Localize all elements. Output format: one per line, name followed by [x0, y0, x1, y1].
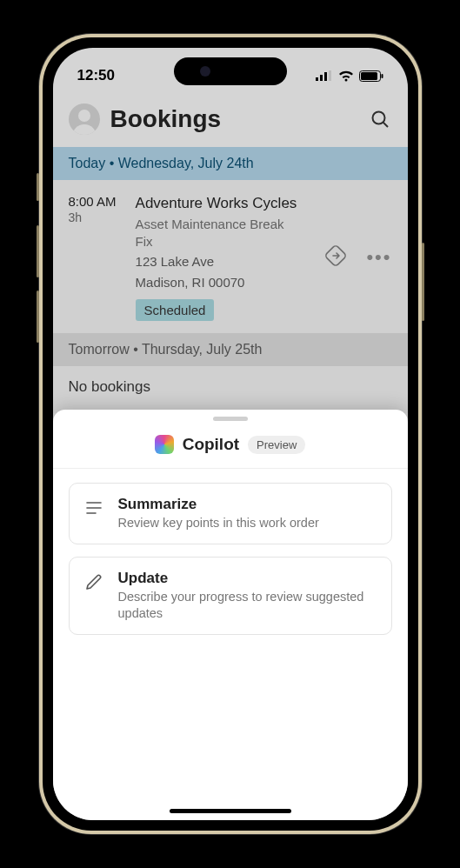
sheet-grabber[interactable] [213, 417, 248, 421]
volume-up-button [37, 225, 39, 277]
mute-switch [37, 173, 39, 201]
pencil-icon [83, 571, 104, 592]
copilot-header: Copilot Preview [53, 430, 408, 469]
copilot-icon [155, 435, 174, 454]
preview-badge: Preview [248, 436, 305, 454]
action-desc: Review key points in this work order [118, 515, 319, 531]
screen: 12:50 Bookings Today • Wednesday, July 2… [53, 48, 408, 820]
action-title: Update [118, 570, 377, 587]
summarize-icon [83, 497, 104, 518]
copilot-action-summarize[interactable]: Summarize Review key points in this work… [69, 483, 392, 544]
volume-down-button [37, 290, 39, 343]
home-indicator[interactable] [170, 809, 291, 813]
copilot-action-update[interactable]: Update Describe your progress to review … [69, 557, 392, 635]
copilot-sheet: Copilot Preview Summarize Review key poi… [53, 410, 408, 820]
copilot-title: Copilot [183, 435, 239, 454]
phone-frame: 12:50 Bookings Today • Wednesday, July 2… [39, 34, 422, 834]
dynamic-island [174, 57, 287, 85]
action-desc: Describe your progress to review suggest… [118, 589, 377, 622]
action-title: Summarize [118, 496, 319, 513]
power-button [422, 243, 424, 321]
